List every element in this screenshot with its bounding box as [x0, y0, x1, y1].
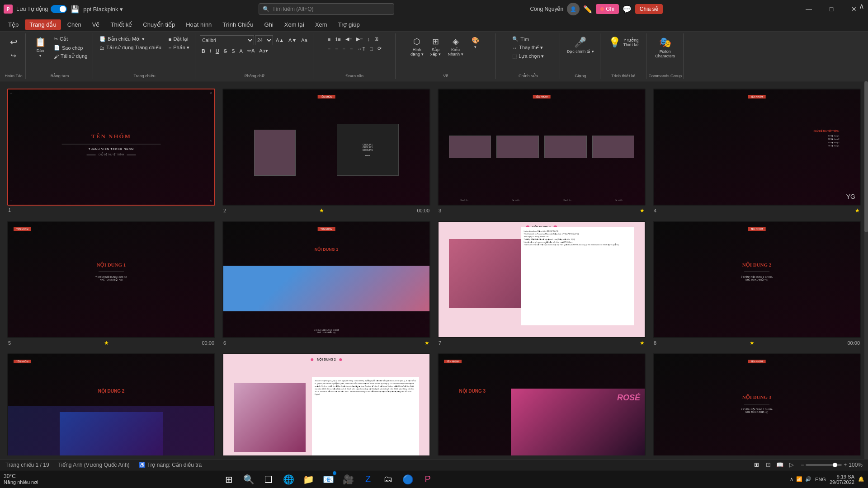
zoom-slider[interactable]: [806, 464, 842, 466]
menu-item-hoat-hinh[interactable]: Hoạt hình: [181, 19, 216, 30]
maximize-button[interactable]: □: [821, 2, 842, 16]
paste-button[interactable]: 📋 Dán ▾: [30, 35, 50, 59]
edge-button[interactable]: 🌐: [280, 471, 297, 488]
minimize-button[interactable]: —: [798, 2, 819, 16]
cut-button[interactable]: ✂ Cắt: [52, 35, 89, 43]
menu-item-trinh-chieu[interactable]: Trình Chiếu: [218, 19, 258, 30]
save-icon[interactable]: 💾: [71, 5, 80, 14]
columns-button[interactable]: ⊞: [373, 35, 380, 43]
bullet-list-button[interactable]: ≡: [326, 36, 332, 43]
font-size-select[interactable]: 24: [255, 35, 273, 45]
avatar[interactable]: 👤: [567, 3, 580, 15]
decrease-indent-button[interactable]: ◀≡: [344, 35, 354, 43]
slide-thumbnail-2[interactable]: TÊN NHÓM GROUP 1GROUP 5GROUP S ■■■■■: [222, 89, 430, 206]
menu-item-xem[interactable]: Xem: [311, 19, 332, 30]
replace-button[interactable]: ↔ Thay thế ▾: [510, 44, 545, 52]
normal-view-button[interactable]: ⊞: [751, 460, 762, 469]
slide-thumbnail-8[interactable]: TÊN NHÓM NỘI DUNG 2 Ý CHÍNH NỘI DUNG 1 G…: [653, 221, 861, 338]
text-color-button[interactable]: A: [238, 47, 245, 55]
tray-expand-button[interactable]: ∧: [790, 476, 793, 482]
highlight-button[interactable]: ✏A: [245, 47, 256, 55]
find-button[interactable]: 🔍 Tìm: [510, 35, 531, 43]
menu-item-thiet-ke[interactable]: Thiết kế: [106, 19, 137, 30]
slide-thumbnail-3[interactable]: TÊN NHÓM Họ và tên Họ và tên Họ và tên H…: [438, 89, 646, 206]
dictate-button[interactable]: 🎤 Đọc chính tả ▾: [565, 35, 596, 55]
search-taskbar-button[interactable]: 🔍: [241, 471, 257, 488]
line-spacing-button[interactable]: ↕: [366, 36, 372, 43]
slide-thumbnail-6[interactable]: TÊN NHÓM NỘI DUNG 1 Ý CHÍNH NỘI DUNG 1 G…: [222, 221, 430, 338]
text-direction-button[interactable]: ↔T: [355, 45, 367, 52]
menu-item-chen[interactable]: Chèn: [63, 19, 86, 30]
strikethrough-button[interactable]: S: [222, 47, 229, 55]
new-slide-button[interactable]: 📑 Bản chiếu Mới ▾: [98, 35, 163, 43]
convert-button[interactable]: ⟳: [376, 45, 383, 52]
auto-save-toggle[interactable]: [51, 5, 67, 13]
edit-icon[interactable]: ✏️: [583, 5, 592, 14]
designer-button[interactable]: 💡 Ý tưởngThiết kế: [606, 35, 641, 50]
comment-icon[interactable]: 💬: [623, 5, 632, 14]
zoom-in-button[interactable]: +: [844, 462, 847, 468]
copy-button[interactable]: 📄 Sao chép: [52, 44, 89, 52]
explorer-button[interactable]: 📁: [300, 471, 316, 488]
mail-button[interactable]: 📧: [320, 471, 336, 488]
shapes-button[interactable]: ⬡ Hìnhdạng ▾: [408, 35, 426, 58]
increase-indent-button[interactable]: ▶≡: [354, 35, 364, 43]
redo-button[interactable]: ↪: [5, 51, 22, 61]
pixton-button[interactable]: 🎭 PixtonCharacters: [653, 35, 677, 60]
font-decrease-button[interactable]: A▼: [287, 37, 298, 44]
shape-fill-button[interactable]: 🎨 ▾: [467, 35, 484, 51]
share-button[interactable]: Chia sẻ: [635, 4, 663, 14]
font-family-select[interactable]: Calibri: [200, 35, 254, 45]
record-button[interactable]: Ghi: [596, 4, 619, 14]
slide-thumbnail-9[interactable]: TÊN NHÓM NỘI DUNG 2: [7, 353, 215, 456]
section-button[interactable]: ≡ Phần ▾: [167, 44, 191, 52]
slide-thumbnail-12[interactable]: TÊN NHÓM NỘI DUNG 3 Ý CHÍNH NỘI DUNG 1 G…: [653, 353, 861, 456]
menu-item-ghi[interactable]: Ghi: [260, 19, 278, 30]
set-layout-button[interactable]: ■ Đặt lại: [167, 35, 191, 43]
slide-thumbnail-11[interactable]: TÊN NHÓM NỘI DUNG 3 ROSÉ: [438, 353, 646, 456]
clear-format-button[interactable]: Aa: [299, 37, 309, 44]
reading-view-button[interactable]: 📖: [774, 460, 785, 469]
presentation-view-button[interactable]: ▷: [786, 460, 797, 469]
justify-button[interactable]: ≡: [348, 45, 354, 52]
zoom-out-button[interactable]: −: [801, 462, 804, 468]
notification-center-button[interactable]: 🔔: [858, 476, 864, 482]
search-bar[interactable]: 🔍 Tìm kiếm (Alt+Q): [259, 3, 394, 15]
menu-item-ve[interactable]: Vẽ: [88, 19, 104, 30]
files-button[interactable]: 🗂: [380, 471, 396, 488]
menu-item-tro-giup[interactable]: Trợ giúp: [334, 19, 364, 30]
select-button[interactable]: ⬚ Lựa chọn ▾: [510, 52, 546, 60]
change-case-button[interactable]: Aa▾: [257, 47, 269, 55]
volume-icon[interactable]: 🔊: [805, 476, 811, 482]
slide-thumbnail-7[interactable]: NỘI DUNG 1 Lalisa Manoban (Tiếng thái: ล…: [438, 221, 646, 338]
slide-thumbnail-10[interactable]: NỘI DUNG 2 Jennie Kim (Hangul: 김제니; sinh…: [222, 353, 430, 456]
quick-styles-button[interactable]: ◈ KiểuNhanh ▾: [446, 35, 466, 58]
zoom-app-button[interactable]: 🎥: [340, 471, 356, 488]
format-paint-button[interactable]: 🖌 Tái sử dụng: [52, 52, 89, 60]
menu-item-tep[interactable]: Tệp: [4, 19, 23, 30]
slide-thumbnail-5[interactable]: TÊN NHÓM NỘI DUNG 1 Ý CHÍNH NỘI DUNG 1 G…: [7, 221, 215, 338]
align-right-button[interactable]: ≡: [341, 45, 347, 52]
font-increase-button[interactable]: A▲: [274, 37, 286, 44]
layout-button[interactable]: 🗂 Tải sử dụng Trang chiếu: [98, 44, 163, 52]
underline-button[interactable]: U: [214, 47, 221, 55]
slide-thumbnail-1[interactable]: + ✕ + ✕ TÊN NHÓM THÀNH VIÊN TRONG NHÓM C…: [7, 89, 215, 206]
clock[interactable]: 9:19 SA 29/07/2022: [830, 474, 854, 485]
bold-button[interactable]: B: [200, 47, 207, 55]
smart-art-button[interactable]: □: [368, 45, 375, 52]
network-icon[interactable]: 📶: [796, 476, 802, 482]
arrange-button[interactable]: ⊞ Sắpxếp ▾: [428, 35, 444, 58]
start-button[interactable]: ⊞: [221, 471, 237, 488]
powerpoint-button[interactable]: P: [420, 471, 436, 488]
slide-sorter-button[interactable]: ⊡: [763, 460, 774, 469]
undo-button[interactable]: ↩: [5, 35, 22, 49]
language-indicator[interactable]: ENG: [815, 477, 826, 482]
align-center-button[interactable]: ≡: [333, 45, 340, 52]
numbered-list-button[interactable]: 1≡: [333, 36, 343, 43]
shadow-button[interactable]: S: [230, 47, 236, 55]
scrollbar[interactable]: [864, 81, 868, 459]
chrome-button[interactable]: 🔵: [400, 471, 416, 488]
menu-item-xem-lai[interactable]: Xem lại: [280, 19, 309, 30]
menu-item-trang-dau[interactable]: Trang đầu: [25, 19, 61, 30]
align-left-button[interactable]: ≡: [326, 45, 332, 52]
